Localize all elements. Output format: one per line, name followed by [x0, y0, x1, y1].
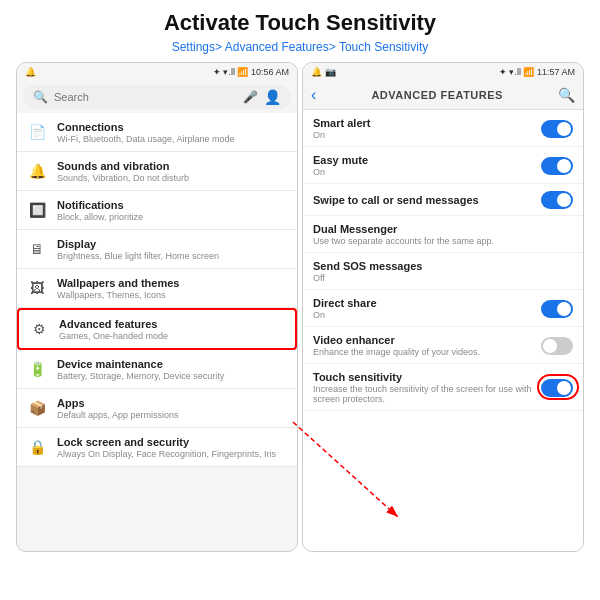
settings-item-icon: ⚙ — [27, 317, 51, 341]
search-bar[interactable]: 🔍 🎤 👤 — [23, 85, 291, 109]
settings-item-title: Apps — [57, 397, 289, 409]
settings-item-icon: 🖥 — [25, 237, 49, 261]
feature-item: Touch sensitivity Increase the touch sen… — [303, 364, 583, 411]
search-action-icons: 🎤 👤 — [243, 89, 281, 105]
feature-item-title: Touch sensitivity — [313, 371, 533, 383]
settings-item-title: Connections — [57, 121, 289, 133]
search-button[interactable]: 🔍 — [558, 87, 575, 103]
left-status-bar: 🔔 ✦ ▾.ll 📶 10:56 AM — [17, 63, 297, 81]
settings-item[interactable]: 🔋 Device maintenance Battery, Storage, M… — [17, 350, 297, 389]
settings-item-text: Device maintenance Battery, Storage, Mem… — [57, 358, 289, 381]
settings-item[interactable]: 🔔 Sounds and vibration Sounds, Vibration… — [17, 152, 297, 191]
settings-item-text: Apps Default apps, App permissions — [57, 397, 289, 420]
feature-item-text: Send SOS messages Off — [313, 260, 573, 283]
feature-item-title: Video enhancer — [313, 334, 533, 346]
settings-item-sub: Brightness, Blue light filter, Home scre… — [57, 251, 289, 261]
feature-item-text: Video enhancer Enhance the image quality… — [313, 334, 533, 357]
settings-item-text: Wallpapers and themes Wallpapers, Themes… — [57, 277, 289, 300]
settings-item-title: Device maintenance — [57, 358, 289, 370]
feature-item-sub: On — [313, 130, 533, 140]
avatar-icon[interactable]: 👤 — [264, 89, 281, 105]
settings-item-title: Advanced features — [59, 318, 287, 330]
left-status-left: 🔔 — [25, 67, 36, 77]
settings-item-icon: 📄 — [25, 120, 49, 144]
toggle-on[interactable] — [541, 191, 573, 209]
settings-item-text: Lock screen and security Always On Displ… — [57, 436, 289, 459]
settings-item-text: Display Brightness, Blue light filter, H… — [57, 238, 289, 261]
settings-item-icon: 🖼 — [25, 276, 49, 300]
feature-item: Send SOS messages Off — [303, 253, 583, 290]
page-title: Activate Touch Sensitivity — [20, 10, 580, 36]
page-header: Activate Touch Sensitivity Settings> Adv… — [0, 0, 600, 62]
toggle-on[interactable] — [541, 300, 573, 318]
settings-item-sub: Games, One-handed mode — [59, 331, 287, 341]
settings-item-text: Advanced features Games, One-handed mode — [59, 318, 287, 341]
settings-item[interactable]: ⚙ Advanced features Games, One-handed mo… — [17, 308, 297, 350]
toggle-off[interactable] — [541, 337, 573, 355]
feature-item-title: Swipe to call or send messages — [313, 194, 533, 206]
left-status-right: ✦ ▾.ll 📶 10:56 AM — [213, 67, 289, 77]
feature-item-title: Dual Messenger — [313, 223, 573, 235]
feature-item-text: Swipe to call or send messages — [313, 194, 533, 206]
settings-item[interactable]: 🖥 Display Brightness, Blue light filter,… — [17, 230, 297, 269]
back-button[interactable]: ‹ — [311, 86, 316, 104]
right-phone: 🔔 📷 ✦ ▾.ll 📶 11:57 AM ‹ ADVANCED FEATURE… — [302, 62, 584, 552]
feature-item: Video enhancer Enhance the image quality… — [303, 327, 583, 364]
settings-item-title: Lock screen and security — [57, 436, 289, 448]
toggle-on[interactable] — [541, 120, 573, 138]
feature-item-text: Smart alert On — [313, 117, 533, 140]
feature-item-title: Direct share — [313, 297, 533, 309]
settings-item-sub: Block, allow, prioritize — [57, 212, 289, 222]
settings-item-sub: Default apps, App permissions — [57, 410, 289, 420]
settings-item-sub: Always On Display, Face Recognition, Fin… — [57, 449, 289, 459]
feature-item-sub: On — [313, 167, 533, 177]
feature-item-text: Easy mute On — [313, 154, 533, 177]
feature-item-title: Send SOS messages — [313, 260, 573, 272]
feature-item-sub: Off — [313, 273, 573, 283]
settings-item[interactable]: 🔒 Lock screen and security Always On Dis… — [17, 428, 297, 467]
right-status-bar: 🔔 📷 ✦ ▾.ll 📶 11:57 AM — [303, 63, 583, 81]
settings-item-title: Notifications — [57, 199, 289, 211]
settings-item-sub: Wi-Fi, Bluetooth, Data usage, Airplane m… — [57, 134, 289, 144]
feature-item: Direct share On — [303, 290, 583, 327]
advanced-features-title: ADVANCED FEATURES — [371, 89, 503, 101]
feature-item: Dual Messenger Use two separate accounts… — [303, 216, 583, 253]
settings-item-text: Sounds and vibration Sounds, Vibration, … — [57, 160, 289, 183]
feature-item-text: Touch sensitivity Increase the touch sen… — [313, 371, 533, 404]
page-subtitle: Settings> Advanced Features> Touch Sensi… — [20, 39, 580, 56]
settings-item[interactable]: 📄 Connections Wi-Fi, Bluetooth, Data usa… — [17, 113, 297, 152]
right-status-left: 🔔 📷 — [311, 67, 336, 77]
settings-item-title: Display — [57, 238, 289, 250]
settings-item-title: Sounds and vibration — [57, 160, 289, 172]
feature-item-sub: Use two separate accounts for the same a… — [313, 236, 573, 246]
feature-list: Smart alert On Easy mute On Swipe to cal… — [303, 110, 583, 551]
settings-item-icon: 🔒 — [25, 435, 49, 459]
feature-item-sub: Increase the touch sensitivity of the sc… — [313, 384, 533, 404]
feature-item-sub: On — [313, 310, 533, 320]
settings-item-icon: 🔲 — [25, 198, 49, 222]
feature-item-text: Direct share On — [313, 297, 533, 320]
settings-item-sub: Battery, Storage, Memory, Device securit… — [57, 371, 289, 381]
settings-item[interactable]: 🖼 Wallpapers and themes Wallpapers, Them… — [17, 269, 297, 308]
settings-item[interactable]: 📦 Apps Default apps, App permissions — [17, 389, 297, 428]
settings-item-text: Notifications Block, allow, prioritize — [57, 199, 289, 222]
settings-item-icon: 🔔 — [25, 159, 49, 183]
advanced-features-header: ‹ ADVANCED FEATURES 🔍 — [303, 81, 583, 110]
settings-item-sub: Sounds, Vibration, Do not disturb — [57, 173, 289, 183]
feature-item: Smart alert On — [303, 110, 583, 147]
search-icon: 🔍 — [33, 90, 48, 104]
settings-item-icon: 🔋 — [25, 357, 49, 381]
settings-item-icon: 📦 — [25, 396, 49, 420]
settings-list: 📄 Connections Wi-Fi, Bluetooth, Data usa… — [17, 113, 297, 551]
search-input[interactable] — [54, 91, 237, 103]
mic-icon[interactable]: 🎤 — [243, 90, 258, 104]
left-phone: 🔔 ✦ ▾.ll 📶 10:56 AM 🔍 🎤 👤 📄 Connections … — [16, 62, 298, 552]
toggle-on[interactable] — [541, 379, 573, 397]
settings-item-text: Connections Wi-Fi, Bluetooth, Data usage… — [57, 121, 289, 144]
settings-item[interactable]: 🔲 Notifications Block, allow, prioritize — [17, 191, 297, 230]
toggle-on[interactable] — [541, 157, 573, 175]
feature-item: Easy mute On — [303, 147, 583, 184]
phones-row: 🔔 ✦ ▾.ll 📶 10:56 AM 🔍 🎤 👤 📄 Connections … — [8, 62, 592, 552]
feature-item-sub: Enhance the image quality of your videos… — [313, 347, 533, 357]
feature-item-title: Smart alert — [313, 117, 533, 129]
